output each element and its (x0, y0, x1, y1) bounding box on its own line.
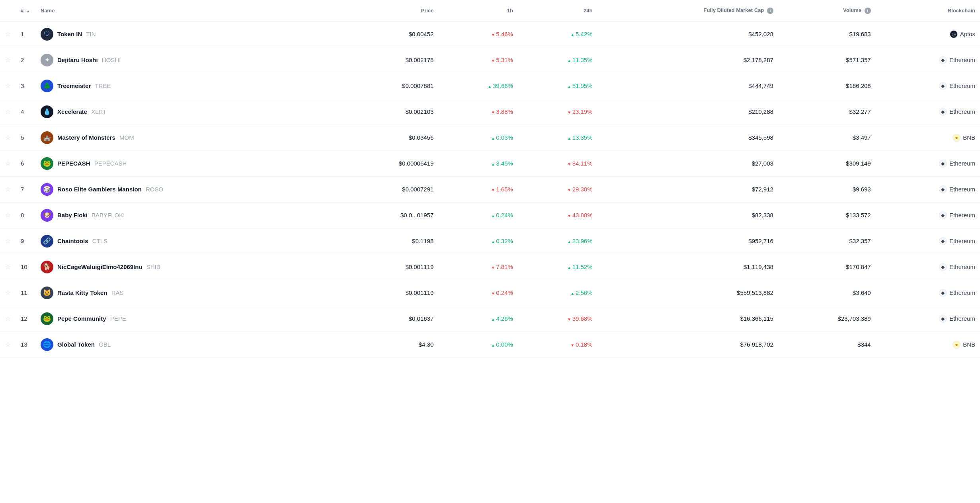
volume-info-icon[interactable]: i (865, 8, 871, 14)
crypto-table: # ▲ Name Price 1h 24h Fully Diluted Mark… (0, 0, 980, 358)
star-icon: ☆ (5, 263, 11, 270)
header-volume[interactable]: Volume i (778, 0, 876, 21)
table-row: ☆ 9 🔗 Chaintools CTLS $0.1198 0.32% 23.9… (0, 228, 980, 254)
coin-ticker: PEPE (110, 315, 126, 322)
coin-ticker: TIN (86, 31, 96, 37)
coin-avatar: 🎲 (41, 183, 53, 196)
change-24h-cell: 11.52% (518, 254, 597, 280)
table-row: ☆ 12 🐸 Pepe Community PEPE $0.01637 4.26… (0, 306, 980, 331)
chain-icon: ◆ (939, 237, 947, 245)
coin-avatar: 🌲 (41, 80, 53, 92)
star-icon: ☆ (5, 108, 11, 115)
coin-name[interactable]: Dejitaru Hoshi (57, 57, 98, 63)
star-toggle[interactable]: ☆ (0, 306, 16, 331)
volume-cell: $3,497 (778, 125, 876, 150)
star-toggle[interactable]: ☆ (0, 73, 16, 99)
coin-name[interactable]: Mastery of Monsters (57, 134, 115, 141)
chain-icon: ◆ (939, 263, 947, 271)
header-1h[interactable]: 1h (438, 0, 518, 21)
coin-name[interactable]: PEPECASH (57, 160, 90, 167)
name-cell: 🐸 PEPECASH PEPECASH (36, 150, 337, 176)
chain-icon: ● (953, 134, 960, 142)
change-24h-cell: 23.19% (518, 99, 597, 125)
header-marketcap[interactable]: Fully Diluted Market Cap i (597, 0, 778, 21)
blockchain-cell: ◆ Ethereum (876, 47, 980, 73)
coin-avatar: 🔗 (41, 235, 53, 248)
name-cell: 🐶 Baby Floki BABYFLOKI (36, 202, 337, 228)
header-rank[interactable]: # ▲ (16, 0, 36, 21)
price-cell: $0.01637 (337, 306, 438, 331)
change-1h-value: 0.24% (491, 289, 513, 296)
table-row: ☆ 3 🌲 Treemeister TREE $0.0007881 39.66%… (0, 73, 980, 99)
chain-icon: ◆ (939, 289, 947, 297)
coin-name[interactable]: Rasta Kitty Token (57, 289, 107, 296)
coin-ticker: ROSO (146, 186, 163, 193)
star-toggle[interactable]: ☆ (0, 228, 16, 254)
change-1h-cell: 39.66% (438, 73, 518, 99)
star-toggle[interactable]: ☆ (0, 202, 16, 228)
change-24h-cell: 84.11% (518, 150, 597, 176)
star-icon: ☆ (5, 315, 11, 322)
rank-cell: 5 (16, 125, 36, 150)
marketcap-info-icon[interactable]: i (767, 8, 773, 14)
change-24h-value: 13.35% (567, 134, 593, 141)
star-toggle[interactable]: ☆ (0, 125, 16, 150)
star-toggle[interactable]: ☆ (0, 99, 16, 125)
star-toggle[interactable]: ☆ (0, 47, 16, 73)
rank-cell: 2 (16, 47, 36, 73)
header-star (0, 0, 16, 21)
chain-icon: ◆ (939, 108, 947, 116)
change-24h-cell: 0.18% (518, 331, 597, 357)
volume-cell: $9,693 (778, 176, 876, 202)
rank-cell: 11 (16, 280, 36, 306)
coin-name[interactable]: Baby Floki (57, 212, 88, 218)
header-24h[interactable]: 24h (518, 0, 597, 21)
table-body: ☆ 1 🛡 Token IN TIN $0.00452 5.46% 5.42% … (0, 21, 980, 357)
star-icon: ☆ (5, 289, 11, 296)
coin-avatar: 🐶 (41, 209, 53, 222)
change-24h-cell: 23.96% (518, 228, 597, 254)
rank-cell: 10 (16, 254, 36, 280)
star-icon: ☆ (5, 82, 11, 89)
volume-cell: $23,703,389 (778, 306, 876, 331)
chain-name: BNB (963, 134, 975, 141)
change-1h-value: 39.66% (488, 82, 513, 89)
price-cell: $0.0...01957 (337, 202, 438, 228)
coin-name[interactable]: Xccelerate (57, 108, 87, 115)
chain-icon: ◆ (939, 160, 947, 168)
star-toggle[interactable]: ☆ (0, 254, 16, 280)
header-blockchain[interactable]: Blockchain (876, 0, 980, 21)
coin-name[interactable]: Global Token (57, 341, 95, 348)
star-toggle[interactable]: ☆ (0, 21, 16, 47)
market-cap-cell: $559,513,882 (597, 280, 778, 306)
price-cell: $0.001119 (337, 254, 438, 280)
coin-name[interactable]: Pepe Community (57, 315, 106, 322)
table-row: ☆ 13 🌐 Global Token GBL $4.30 0.00% 0.18… (0, 331, 980, 357)
coin-avatar: 🛡 (41, 28, 53, 41)
market-cap-cell: $444,749 (597, 73, 778, 99)
coin-name[interactable]: NicCageWaluigiElmo42069Inu (57, 263, 143, 270)
chain-name: Ethereum (949, 108, 975, 115)
star-toggle[interactable]: ☆ (0, 176, 16, 202)
table-row: ☆ 5 🏰 Mastery of Monsters MOM $0.03456 0… (0, 125, 980, 150)
change-1h-value: 7.81% (491, 263, 513, 270)
volume-cell: $133,572 (778, 202, 876, 228)
chain-name: BNB (963, 341, 975, 348)
star-toggle[interactable]: ☆ (0, 150, 16, 176)
coin-name[interactable]: Token IN (57, 31, 82, 37)
star-toggle[interactable]: ☆ (0, 331, 16, 357)
blockchain-cell: ◆ Ethereum (876, 254, 980, 280)
table-row: ☆ 6 🐸 PEPECASH PEPECASH $0.00006419 3.45… (0, 150, 980, 176)
coin-name[interactable]: Roso Elite Gamblers Mansion (57, 186, 142, 193)
coin-ticker: BABYFLOKI (92, 212, 125, 218)
coin-name[interactable]: Chaintools (57, 238, 88, 244)
chain-name: Ethereum (949, 160, 975, 167)
name-cell: 🌲 Treemeister TREE (36, 73, 337, 99)
star-toggle[interactable]: ☆ (0, 280, 16, 306)
header-price[interactable]: Price (337, 0, 438, 21)
coin-ticker: SHIB (146, 263, 160, 270)
change-24h-cell: 13.35% (518, 125, 597, 150)
header-name[interactable]: Name (36, 0, 337, 21)
coin-name[interactable]: Treemeister (57, 82, 91, 89)
change-24h-value: 11.35% (567, 57, 593, 63)
